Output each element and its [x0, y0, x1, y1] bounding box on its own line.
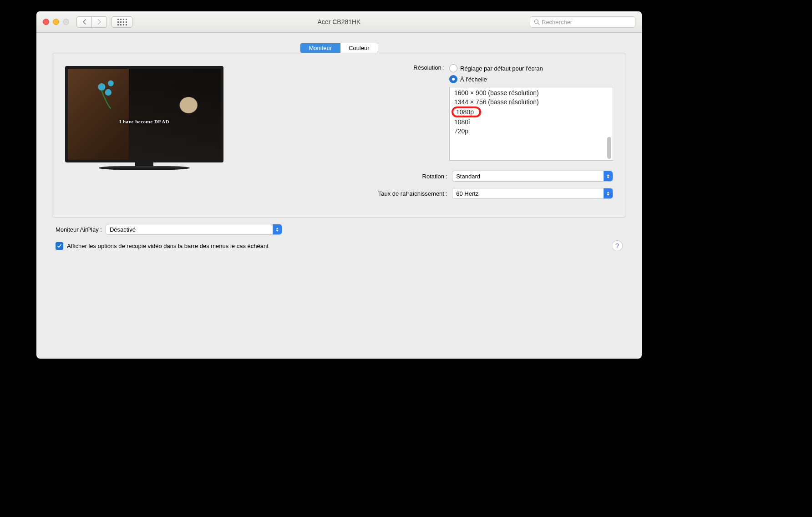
chevron-left-icon — [82, 19, 86, 25]
resolution-list[interactable]: 2048 × 1152 (basse résolution) 1600 × 90… — [449, 87, 613, 161]
right-settings: Résolution : Réglage par défaut pour l'é… — [358, 64, 613, 199]
settings-panel: I have become DEAD Résolution : — [52, 53, 626, 218]
preview-subtitle: I have become DEAD — [68, 119, 221, 124]
radio-label-scaled: À l'échelle — [460, 76, 487, 83]
refresh-value: 60 Hertz — [456, 190, 478, 197]
minimize-window-button[interactable] — [53, 19, 59, 25]
list-item[interactable]: 1344 × 756 (basse résolution) — [450, 97, 605, 106]
back-button[interactable] — [76, 16, 92, 28]
airplay-label: Moniteur AirPlay : — [56, 226, 102, 233]
list-item-highlighted[interactable]: 1080p — [452, 106, 481, 117]
rotation-value: Standard — [456, 173, 480, 180]
help-icon: ? — [615, 242, 619, 249]
bottom-area: Moniteur AirPlay : Désactivé Afficher le… — [52, 224, 626, 251]
close-window-button[interactable] — [43, 19, 49, 25]
svg-point-3 — [108, 81, 114, 86]
chevron-right-icon — [97, 19, 102, 25]
help-button[interactable]: ? — [612, 240, 623, 251]
mirror-checkbox[interactable] — [56, 242, 63, 250]
airplay-select[interactable]: Désactivé — [106, 224, 282, 235]
forward-button[interactable] — [92, 16, 107, 28]
grid-icon — [117, 19, 127, 25]
preferences-window: Acer CB281HK Rechercher Moniteur Couleur — [36, 11, 642, 359]
refresh-label: Taux de rafraîchissement : — [358, 190, 452, 197]
svg-line-1 — [538, 23, 540, 25]
radio-icon — [449, 75, 457, 83]
tab-monitor[interactable]: Moniteur — [300, 43, 340, 53]
titlebar: Acer CB281HK Rechercher — [36, 11, 642, 33]
check-icon — [57, 243, 62, 248]
svg-point-4 — [105, 89, 112, 96]
refresh-select[interactable]: 60 Hertz — [452, 188, 613, 199]
show-all-button[interactable] — [112, 16, 132, 28]
search-placeholder: Rechercher — [542, 19, 572, 25]
window-body: Moniteur Couleur I have become D — [36, 33, 642, 258]
list-item[interactable]: 1080i — [450, 117, 605, 127]
select-arrows-icon — [273, 224, 282, 234]
resolution-radio-default[interactable]: Réglage par défaut pour l'écran — [449, 64, 613, 72]
select-arrows-icon — [604, 188, 613, 198]
nav-group — [76, 16, 107, 28]
search-icon — [534, 19, 540, 25]
monitor-graphic: I have become DEAD — [65, 66, 223, 162]
rotation-select[interactable]: Standard — [452, 171, 613, 182]
mirror-checkbox-label: Afficher les options de recopie vidéo da… — [67, 243, 269, 249]
radio-icon — [449, 64, 457, 72]
scrollbar[interactable] — [607, 89, 611, 159]
search-input[interactable]: Rechercher — [530, 16, 635, 28]
zoom-window-button — [63, 19, 69, 25]
airplay-value: Désactivé — [110, 226, 136, 233]
tab-color[interactable]: Couleur — [340, 43, 378, 53]
list-item[interactable]: 1600 × 900 (basse résolution) — [450, 88, 605, 97]
tab-bar: Moniteur Couleur — [52, 43, 626, 53]
resolution-radio-scaled[interactable]: À l'échelle — [449, 75, 613, 83]
rotation-label: Rotation : — [358, 173, 452, 180]
display-preview: I have become DEAD — [65, 66, 223, 199]
scroll-thumb[interactable] — [607, 137, 611, 159]
resolution-label: Résolution : — [358, 64, 449, 71]
list-item[interactable]: 720p — [450, 127, 605, 136]
radio-label-default: Réglage par défaut pour l'écran — [460, 65, 543, 72]
window-controls — [43, 19, 69, 25]
svg-point-2 — [98, 83, 106, 91]
select-arrows-icon — [604, 171, 613, 181]
